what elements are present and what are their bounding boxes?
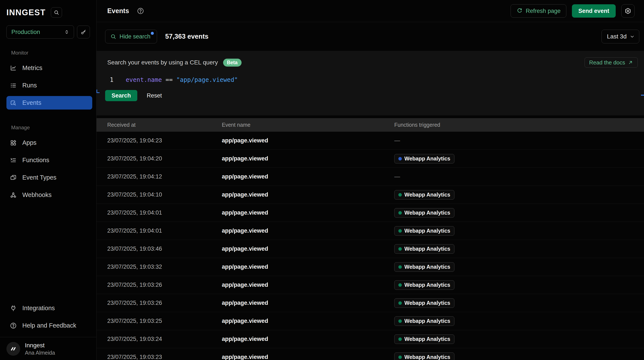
function-badge[interactable]: Webapp Analytics <box>394 208 454 218</box>
editor-edge-decoration <box>641 95 644 96</box>
search-button[interactable]: Search <box>105 90 137 101</box>
sidebar-search-button[interactable] <box>51 7 62 18</box>
help-icon <box>10 322 17 329</box>
received-at-cell: 23/07/2025, 19:04:10 <box>107 191 222 198</box>
event-name-cell: app/page.viewed <box>222 264 394 270</box>
events-table: Received atEvent nameFunctions triggered… <box>96 118 644 360</box>
event-name-cell: app/page.viewed <box>222 191 394 198</box>
functions-triggered-cell: — <box>394 137 644 144</box>
sidebar-item-apps[interactable]: Apps <box>6 136 92 149</box>
function-badge-label: Webapp Analytics <box>404 336 450 342</box>
help-circle-icon[interactable] <box>137 7 144 15</box>
function-badge-label: Webapp Analytics <box>404 155 450 162</box>
table-row[interactable]: 23/07/2025, 19:03:46app/page.viewedWebap… <box>96 240 644 258</box>
sidebar-item-webhooks[interactable]: Webhooks <box>6 188 92 202</box>
time-range-label: Last 3d <box>607 33 626 40</box>
cel-panel-title: Search your events by using a CEL query <box>107 59 218 66</box>
received-at-cell: 23/07/2025, 19:03:26 <box>107 282 222 288</box>
table-row[interactable]: 23/07/2025, 19:04:23app/page.viewed— <box>96 132 644 150</box>
chevron-down-icon <box>629 34 635 40</box>
function-badge[interactable]: Webapp Analytics <box>394 280 454 290</box>
event-name-cell: app/page.viewed <box>222 228 394 234</box>
notification-dot <box>151 32 154 35</box>
sidebar-item-label: Runs <box>22 82 37 89</box>
table-row[interactable]: 23/07/2025, 19:03:26app/page.viewedWebap… <box>96 294 644 312</box>
read-the-docs-link[interactable]: Read the docs <box>584 57 638 68</box>
refresh-page-button[interactable]: Refresh page <box>510 4 566 18</box>
function-status-dot-green <box>398 355 402 359</box>
function-status-dot-green <box>398 319 402 323</box>
sidebar-item-runs[interactable]: Runs <box>6 79 92 92</box>
events-icon <box>10 99 17 106</box>
key-icon <box>80 29 87 35</box>
received-at-cell: 23/07/2025, 19:03:23 <box>107 354 222 360</box>
sidebar-nav: MonitorMetricsRunsEventsManageAppsFuncti… <box>0 39 96 206</box>
reset-button[interactable]: Reset <box>147 92 162 99</box>
function-badge[interactable]: Webapp Analytics <box>394 244 454 254</box>
table-row[interactable]: 23/07/2025, 19:03:25app/page.viewedWebap… <box>96 312 644 330</box>
table-row[interactable]: 23/07/2025, 19:04:01app/page.viewedWebap… <box>96 204 644 222</box>
profile-menu[interactable]: Inngest Ana Almeida <box>0 337 96 360</box>
functions-triggered-cell: Webapp Analytics <box>394 208 644 218</box>
function-badge[interactable]: Webapp Analytics <box>394 352 454 360</box>
functions-triggered-cell: Webapp Analytics <box>394 226 644 236</box>
event-keys-button[interactable] <box>77 26 90 39</box>
sidebar-item-integrations[interactable]: Integrations <box>6 301 92 315</box>
table-row[interactable]: 23/07/2025, 19:04:01app/page.viewedWebap… <box>96 222 644 240</box>
event-name-cell: app/page.viewed <box>222 336 394 342</box>
received-at-cell: 23/07/2025, 19:03:46 <box>107 246 222 252</box>
received-at-cell: 23/07/2025, 19:03:25 <box>107 318 222 324</box>
function-status-dot-green <box>398 193 402 197</box>
event-name-cell: app/page.viewed <box>222 318 394 324</box>
table-row[interactable]: 23/07/2025, 19:04:20app/page.viewedWebap… <box>96 150 644 168</box>
event-name-cell: app/page.viewed <box>222 210 394 216</box>
environment-select[interactable]: Production <box>6 25 74 39</box>
received-at-cell: 23/07/2025, 19:04:01 <box>107 228 222 234</box>
received-at-cell: 23/07/2025, 19:04:23 <box>107 137 222 144</box>
table-row[interactable]: 23/07/2025, 19:03:24app/page.viewedWebap… <box>96 330 644 348</box>
sidebar-item-label: Apps <box>22 139 36 146</box>
function-badge[interactable]: Webapp Analytics <box>394 334 454 344</box>
table-row[interactable]: 23/07/2025, 19:04:12app/page.viewed— <box>96 168 644 186</box>
function-badge[interactable]: Webapp Analytics <box>394 226 454 236</box>
send-event-button[interactable]: Send event <box>572 4 616 18</box>
functions-triggered-cell: Webapp Analytics <box>394 190 644 200</box>
functions-triggered-cell: Webapp Analytics <box>394 154 644 163</box>
table-row[interactable]: 23/07/2025, 19:04:10app/page.viewedWebap… <box>96 186 644 204</box>
functions-icon <box>10 157 17 164</box>
code-token-expr: event.name <box>126 76 162 83</box>
refresh-icon <box>516 8 523 14</box>
cel-query-code: event.name == "app/page.viewed" <box>126 76 238 83</box>
hide-search-label: Hide search <box>120 33 150 40</box>
sidebar-item-help-and-feedback[interactable]: Help and Feedback <box>6 319 92 332</box>
cel-query-editor[interactable]: 1 event.name == "app/page.viewed" <box>96 75 644 84</box>
sidebar-item-events[interactable]: Events <box>6 96 92 110</box>
table-row[interactable]: 23/07/2025, 19:03:26app/page.viewedWebap… <box>96 276 644 294</box>
sidebar-item-event-types[interactable]: Event Types <box>6 171 92 184</box>
avatar <box>6 342 20 356</box>
function-badge[interactable]: Webapp Analytics <box>394 190 454 200</box>
table-row[interactable]: 23/07/2025, 19:03:23app/page.viewedWebap… <box>96 348 644 360</box>
function-badge-label: Webapp Analytics <box>404 282 450 288</box>
function-badge[interactable]: Webapp Analytics <box>394 316 454 326</box>
event-name-cell: app/page.viewed <box>222 300 394 306</box>
settings-button[interactable] <box>621 4 634 18</box>
metrics-icon <box>10 65 17 72</box>
received-at-cell: 23/07/2025, 19:04:12 <box>107 173 222 180</box>
time-range-select[interactable]: Last 3d <box>602 30 639 43</box>
profile-user-name: Ana Almeida <box>25 349 55 356</box>
runs-icon <box>10 82 17 89</box>
read-docs-label: Read the docs <box>589 59 625 66</box>
function-badge[interactable]: Webapp Analytics <box>394 298 454 308</box>
function-badge[interactable]: Webapp Analytics <box>394 154 454 163</box>
function-status-dot-green <box>398 211 402 215</box>
function-badge[interactable]: Webapp Analytics <box>394 262 454 272</box>
editor-corner-decoration <box>96 90 100 93</box>
sidebar-item-label: Webhooks <box>22 191 52 199</box>
hide-search-button[interactable]: Hide search <box>105 30 157 43</box>
sidebar-item-metrics[interactable]: Metrics <box>6 61 92 75</box>
table-row[interactable]: 23/07/2025, 19:03:32app/page.viewedWebap… <box>96 258 644 276</box>
received-at-cell: 23/07/2025, 19:04:20 <box>107 155 222 162</box>
sidebar-item-functions[interactable]: Functions <box>6 153 92 167</box>
received-at-cell: 23/07/2025, 19:03:32 <box>107 264 222 270</box>
